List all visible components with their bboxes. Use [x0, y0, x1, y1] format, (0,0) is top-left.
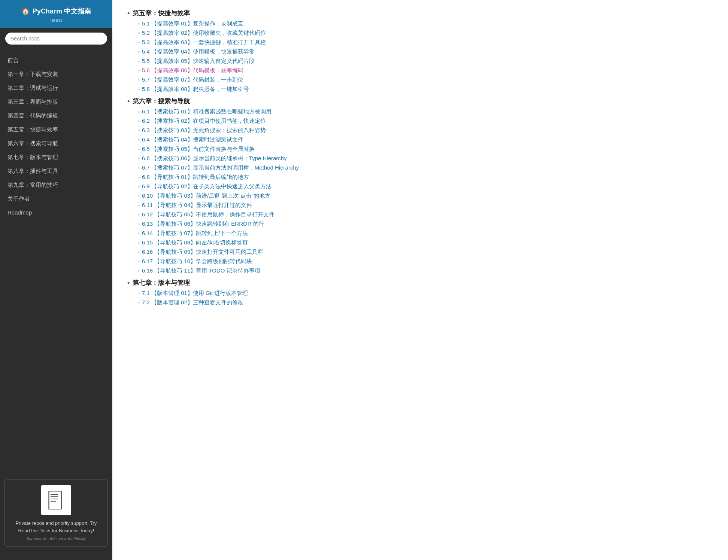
toc-link-0-0[interactable]: 5.1 【提高效率 01】复杂操作，录制成宏: [142, 20, 243, 27]
sidebar-item-11[interactable]: Roadmap: [0, 206, 112, 219]
svg-rect-6: [48, 491, 49, 509]
toc-item: 6.13 【导航技巧 06】快速跳转到有 ERROR 的行: [138, 219, 713, 229]
toc-link-0-6[interactable]: 5.7 【提高效率 07】代码封装，一步到位: [142, 76, 243, 83]
toc-item: 5.4 【提高效率 04】使用模板，快速捕获异常: [138, 47, 713, 57]
sub-list-1: 6.1 【搜索技巧 01】精准搜索函数在哪些地方被调用6.2 【搜索技巧 02】…: [127, 107, 713, 276]
toc-item: 6.6 【搜索技巧 06】显示当前类的继承树：Type Hierarchy: [138, 154, 713, 163]
chapter-title-1: 第六章：搜索与导航: [127, 97, 713, 106]
toc-item: 6.14 【导航技巧 07】跳转到上/下一个方法: [138, 229, 713, 238]
svg-rect-4: [51, 499, 58, 499]
toc-link-0-3[interactable]: 5.4 【提高效率 04】使用模板，快速捕获异常: [142, 48, 255, 55]
toc-list: 第五章：快捷与效率5.1 【提高效率 01】复杂操作，录制成宏5.2 【提高效率…: [127, 9, 713, 307]
sidebar-item-3[interactable]: 第三章：界面与排版: [0, 95, 112, 109]
svg-rect-3: [51, 496, 58, 497]
sidebar-item-0[interactable]: 前言: [0, 54, 112, 67]
toc-link-1-11[interactable]: 6.12 【导航技巧 05】不使用鼠标，操作目录打开文件: [142, 211, 274, 218]
toc-link-0-7[interactable]: 5.8 【提高效率 08】爬虫必备，一键加引号: [142, 86, 249, 93]
toc-link-1-13[interactable]: 6.14 【导航技巧 07】跳转到上/下一个方法: [142, 230, 248, 237]
sponsor-box: Private repos and priority support. Try …: [4, 480, 108, 547]
sidebar-item-5[interactable]: 第五章：快捷与效率: [0, 123, 112, 137]
toc-link-1-0[interactable]: 6.1 【搜索技巧 01】精准搜索函数在哪些地方被调用: [142, 108, 272, 115]
toc-link-1-14[interactable]: 6.15 【导航技巧 08】向左/向右切换标签页: [142, 239, 248, 246]
toc-item: 6.17 【导航技巧 10】学会跨级别跳转代码块: [138, 257, 713, 266]
toc-item: 6.11 【导航技巧 04】显示最近打开过的文件: [138, 201, 713, 210]
chapter-title-0: 第五章：快捷与效率: [127, 9, 713, 18]
toc-chapter-2: 第七章：版本与管理7.1 【版本管理 01】使用 Git 进行版本管理7.2 【…: [127, 279, 713, 307]
main-content: 第五章：快捷与效率5.1 【提高效率 01】复杂操作，录制成宏5.2 【提高效率…: [112, 0, 728, 560]
toc-chapter-0: 第五章：快捷与效率5.1 【提高效率 01】复杂操作，录制成宏5.2 【提高效率…: [127, 9, 713, 94]
chapter-title-2: 第七章：版本与管理: [127, 279, 713, 287]
toc-link-0-1[interactable]: 5.2 【提高效率 02】使用收藏夹，收藏关键代码位: [142, 30, 266, 37]
sidebar-item-2[interactable]: 第二章：调试与运行: [0, 81, 112, 95]
sidebar-item-10[interactable]: 关于作者: [0, 192, 112, 206]
toc-item: 6.5 【搜索技巧 05】当前文件替换与全局替换: [138, 144, 713, 154]
toc-chapter-1: 第六章：搜索与导航6.1 【搜索技巧 01】精准搜索函数在哪些地方被调用6.2 …: [127, 97, 713, 276]
toc-item: 6.3 【搜索技巧 03】无死角搜索：搜索的八种姿势: [138, 126, 713, 135]
book-icon: [45, 489, 67, 511]
toc-item: 6.12 【导航技巧 05】不使用鼠标，操作目录打开文件: [138, 210, 713, 219]
toc-item: 6.8 【导航技巧 01】跳转到最后编辑的地方: [138, 173, 713, 182]
search-area: [0, 28, 112, 49]
toc-item: 6.4 【搜索技巧 04】搜索时过滤测试文件: [138, 135, 713, 144]
toc-item: 5.3 【提高效率 03】一套快捷键，精准打开工具栏: [138, 38, 713, 47]
toc-link-1-6[interactable]: 6.7 【搜索技巧 07】显示当前方法的调用树：Method Hierarchy: [142, 164, 299, 171]
toc-link-1-12[interactable]: 6.13 【导航技巧 06】快速跳转到有 ERROR 的行: [142, 220, 264, 228]
toc-link-1-8[interactable]: 6.9 【导航技巧 02】在子类方法中快速进入父类方法: [142, 183, 272, 190]
toc-link-1-15[interactable]: 6.16 【导航技巧 09】快速打开文件可用的工具栏: [142, 249, 263, 256]
sub-list-2: 7.1 【版本管理 01】使用 Git 进行版本管理7.2 【版本管理 02】三…: [127, 289, 713, 307]
home-icon: 🏠: [21, 7, 30, 15]
toc-item: 5.2 【提高效率 02】使用收藏夹，收藏关键代码位: [138, 28, 713, 38]
toc-link-0-5[interactable]: 5.6 【提高效率 06】代码模板，效率编码: [142, 67, 243, 74]
toc-link-0-4[interactable]: 5.5 【提高效率 05】快速输入自定义代码片段: [142, 58, 255, 65]
nav-menu: 前言第一章：下载与安装第二章：调试与运行第三章：界面与排版第四章：代码的编辑第五…: [0, 49, 112, 474]
svg-rect-2: [51, 494, 58, 495]
sidebar-title: 🏠 PyCharm 中文指南: [6, 7, 106, 16]
toc-link-2-0[interactable]: 7.1 【版本管理 01】使用 Git 进行版本管理: [142, 290, 248, 297]
sidebar: 🏠 PyCharm 中文指南 latest 前言第一章：下载与安装第二章：调试与…: [0, 0, 112, 560]
sponsor-text: Private repos and priority support. Try …: [10, 520, 102, 534]
toc-item: 6.16 【导航技巧 09】快速打开文件可用的工具栏: [138, 247, 713, 257]
version-badge: latest: [6, 17, 106, 23]
toc-item: 7.2 【版本管理 02】三种查看文件的修改: [138, 298, 713, 307]
toc-item: 6.18 【导航技巧 11】善用 TODO 记录待办事项: [138, 266, 713, 276]
sidebar-item-9[interactable]: 第九章：常用的技巧: [0, 178, 112, 192]
sponsor-sub: Sponsored · Ads served ethically: [10, 536, 102, 541]
toc-link-1-9[interactable]: 6.10 【导航技巧 03】前进/后退 到上次"点击"的地方: [142, 192, 270, 200]
sidebar-header: 🏠 PyCharm 中文指南 latest: [0, 0, 112, 28]
toc-item: 6.2 【搜索技巧 02】在项目中使用书签，快速定位: [138, 116, 713, 126]
sidebar-item-6[interactable]: 第六章：搜索与导航: [0, 137, 112, 150]
toc-item: 5.7 【提高效率 07】代码封装，一步到位: [138, 75, 713, 85]
sidebar-item-4[interactable]: 第四章：代码的编辑: [0, 109, 112, 123]
svg-rect-5: [51, 501, 56, 502]
toc-item: 6.10 【导航技巧 03】前进/后退 到上次"点击"的地方: [138, 191, 713, 201]
sub-list-0: 5.1 【提高效率 01】复杂操作，录制成宏5.2 【提高效率 02】使用收藏夹…: [127, 19, 713, 94]
toc-item: 6.9 【导航技巧 02】在子类方法中快速进入父类方法: [138, 182, 713, 191]
svg-rect-1: [49, 491, 61, 509]
toc-link-1-17[interactable]: 6.18 【导航技巧 11】善用 TODO 记录待办事项: [142, 267, 260, 274]
toc-item: 6.15 【导航技巧 08】向左/向右切换标签页: [138, 238, 713, 247]
search-input[interactable]: [5, 33, 107, 45]
toc-link-1-1[interactable]: 6.2 【搜索技巧 02】在项目中使用书签，快速定位: [142, 118, 266, 125]
sponsor-icon: [41, 485, 71, 515]
toc-link-1-10[interactable]: 6.11 【导航技巧 04】显示最近打开过的文件: [142, 202, 252, 209]
sidebar-item-1[interactable]: 第一章：下载与安装: [0, 67, 112, 81]
sidebar-item-7[interactable]: 第七章：版本与管理: [0, 150, 112, 164]
toc-item: 5.5 【提高效率 05】快速输入自定义代码片段: [138, 57, 713, 66]
toc-item: 6.7 【搜索技巧 07】显示当前方法的调用树：Method Hierarchy: [138, 163, 713, 173]
toc-link-1-7[interactable]: 6.8 【导航技巧 01】跳转到最后编辑的地方: [142, 174, 249, 181]
toc-item: 6.1 【搜索技巧 01】精准搜索函数在哪些地方被调用: [138, 107, 713, 116]
toc-link-1-3[interactable]: 6.4 【搜索技巧 04】搜索时过滤测试文件: [142, 136, 243, 143]
toc-item: 5.6 【提高效率 06】代码模板，效率编码: [138, 66, 713, 75]
toc-link-2-1[interactable]: 7.2 【版本管理 02】三种查看文件的修改: [142, 299, 243, 306]
toc-link-0-2[interactable]: 5.3 【提高效率 03】一套快捷键，精准打开工具栏: [142, 39, 266, 46]
toc-item: 5.8 【提高效率 08】爬虫必备，一键加引号: [138, 85, 713, 94]
toc-item: 5.1 【提高效率 01】复杂操作，录制成宏: [138, 19, 713, 28]
toc-link-1-5[interactable]: 6.6 【搜索技巧 06】显示当前类的继承树：Type Hierarchy: [142, 155, 287, 162]
toc-link-1-4[interactable]: 6.5 【搜索技巧 05】当前文件替换与全局替换: [142, 146, 255, 153]
toc-link-1-2[interactable]: 6.3 【搜索技巧 03】无死角搜索：搜索的八种姿势: [142, 127, 266, 134]
toc-link-1-16[interactable]: 6.17 【导航技巧 10】学会跨级别跳转代码块: [142, 258, 252, 265]
toc-item: 7.1 【版本管理 01】使用 Git 进行版本管理: [138, 289, 713, 298]
sidebar-item-8[interactable]: 第八章：插件与工具: [0, 164, 112, 178]
